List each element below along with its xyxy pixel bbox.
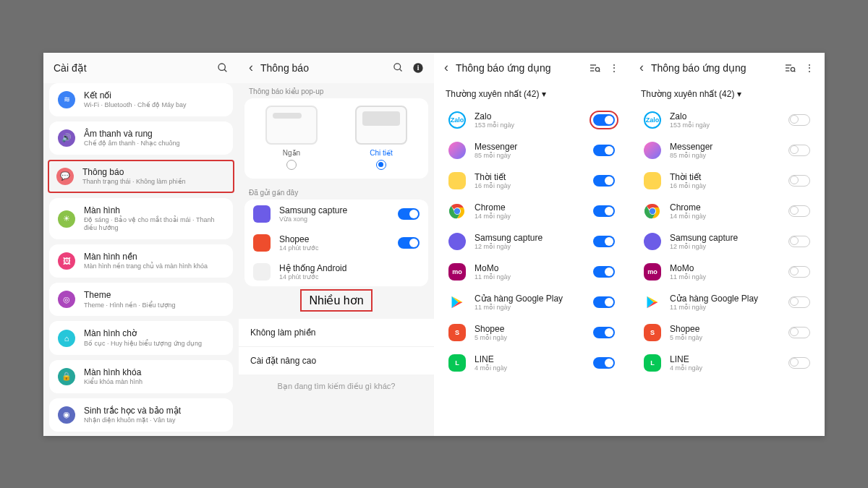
search-icon[interactable] — [393, 62, 404, 73]
toggle[interactable] — [593, 205, 615, 217]
popup-option-short[interactable]: Ngắn — [250, 106, 333, 170]
settings-item-0[interactable]: ≋ Kết nối Wi-Fi · Bluetooth · Chế độ Máy… — [49, 83, 233, 116]
toggle[interactable] — [593, 296, 615, 308]
settings-item-title: Theme — [84, 290, 224, 300]
settings-item-2[interactable]: 💬 Thông báo Thanh trạng thái · Không làm… — [48, 160, 234, 193]
settings-item-title: Màn hình nền — [84, 252, 224, 262]
more-icon[interactable]: ⋮ — [804, 62, 814, 74]
settings-item-3[interactable]: ☀ Màn hình Độ sáng · Bảo vệ cho mắt thoả… — [49, 198, 233, 239]
app-row-3[interactable]: Chrome 14 mỗi ngày — [635, 196, 819, 226]
settings-item-sub: Bố cục · Huy hiệu biểu tượng ứng dụng — [84, 340, 224, 348]
app-row-4[interactable]: Samsung capture 12 mỗi ngày — [440, 226, 624, 257]
toggle[interactable] — [593, 236, 615, 247]
back-icon[interactable]: ‹ — [249, 60, 253, 75]
app-name: Samsung capture — [670, 233, 780, 243]
app-icon — [448, 294, 466, 311]
settings-item-7[interactable]: 🔒 Màn hình khóa Kiểu khóa màn hình — [49, 360, 233, 393]
app-row-1[interactable]: Messenger 85 mỗi ngày — [440, 135, 624, 166]
app-name: Cửa hàng Google Play — [475, 294, 584, 304]
app-row-1[interactable]: Messenger 85 mỗi ngày — [635, 135, 819, 166]
app-notif-header: ‹ Thông báo ứng dụng ⋮ — [629, 53, 825, 83]
app-icon — [253, 263, 271, 281]
settings-item-title: Màn hình chờ — [84, 328, 224, 338]
recent-item-1[interactable]: Shopee 14 phút trước — [244, 228, 428, 257]
toggle[interactable] — [788, 266, 810, 278]
info-icon[interactable]: i — [412, 62, 424, 74]
back-icon[interactable]: ‹ — [444, 60, 448, 75]
app-icon: L — [448, 354, 466, 372]
settings-item-1[interactable]: 🔊 Âm thanh và rung Chế độ âm thanh · Nhạ… — [49, 121, 233, 155]
recent-item-0[interactable]: Samsung capture Vừa xong — [244, 200, 428, 228]
advanced-row[interactable]: Cài đặt nâng cao — [239, 346, 434, 374]
settings-item-5[interactable]: ◎ Theme Theme · Hình nền · Biểu tượng — [49, 283, 233, 316]
toggle[interactable] — [788, 114, 810, 126]
filter-dropdown[interactable]: Thường xuyên nhất (42) ▾ — [629, 83, 825, 105]
app-row-8[interactable]: L LINE 4 mỗi ngày — [440, 348, 624, 378]
app-row-7[interactable]: S Shopee 5 mỗi ngày — [440, 317, 624, 348]
settings-item-icon: ◎ — [58, 291, 75, 308]
toggle[interactable] — [788, 205, 810, 217]
app-freq: 4 mỗi ngày — [475, 364, 584, 372]
back-icon[interactable]: ‹ — [639, 60, 644, 75]
app-row-2[interactable]: Thời tiết 16 mỗi ngày — [635, 166, 819, 196]
app-freq: 11 mỗi ngày — [475, 304, 584, 311]
toggle[interactable] — [593, 266, 615, 278]
toggle[interactable] — [788, 145, 810, 156]
toggle[interactable] — [593, 175, 615, 187]
toggle[interactable] — [593, 114, 615, 126]
toggle[interactable] — [788, 175, 810, 187]
toggle[interactable] — [593, 145, 615, 156]
toggle[interactable] — [788, 357, 810, 369]
app-row-6[interactable]: Cửa hàng Google Play 11 mỗi ngày — [635, 287, 819, 317]
recent-item-2[interactable]: Hệ thống Android 14 phút trước — [244, 257, 428, 286]
app-name: MoMo — [475, 263, 584, 273]
settings-item-4[interactable]: 🖼 Màn hình nền Màn hình nền trang chủ và… — [49, 244, 233, 278]
app-icon: L — [644, 354, 661, 372]
toggle[interactable] — [398, 208, 420, 220]
app-name: Chrome — [475, 202, 584, 213]
filter-dropdown[interactable]: Thường xuyên nhất (42) ▾ — [434, 83, 629, 105]
app-row-3[interactable]: Chrome 14 mỗi ngày — [440, 196, 624, 226]
radio-short[interactable] — [286, 160, 297, 170]
toggle[interactable] — [788, 296, 810, 308]
app-row-4[interactable]: Samsung capture 12 mỗi ngày — [635, 226, 819, 257]
toggle[interactable] — [593, 327, 615, 338]
dnd-row[interactable]: Không làm phiền — [239, 319, 434, 346]
app-freq: 4 mỗi ngày — [670, 364, 780, 372]
radio-detail[interactable] — [376, 160, 386, 170]
app-list: Zalo Zalo 153 mỗi ngày Messenger 85 mỗi … — [440, 105, 624, 378]
toggle[interactable] — [788, 327, 810, 338]
toggle[interactable] — [593, 357, 615, 369]
settings-item-title: Thông báo — [82, 167, 226, 177]
notifications-header: ‹ Thông báo i — [239, 53, 434, 83]
app-icon: Zalo — [448, 111, 466, 129]
app-notifications-on-panel: ‹ Thông báo ứng dụng ⋮ Thường xuyên nhất… — [434, 53, 629, 436]
filter-search-icon[interactable] — [784, 62, 796, 74]
app-icon — [644, 142, 661, 159]
app-row-0[interactable]: Zalo Zalo 153 mỗi ngày — [635, 105, 819, 135]
settings-item-8[interactable]: ◉ Sinh trắc học và bảo mật Nhận diện khu… — [49, 398, 233, 432]
app-row-8[interactable]: L LINE 4 mỗi ngày — [635, 348, 819, 378]
app-row-7[interactable]: S Shopee 5 mỗi ngày — [635, 317, 819, 348]
app-name: Zalo — [670, 111, 780, 121]
page-title: Thông báo — [260, 62, 393, 74]
search-icon[interactable] — [217, 62, 229, 74]
settings-item-title: Màn hình khóa — [84, 367, 224, 377]
more-icon[interactable]: ⋮ — [609, 62, 619, 74]
filter-search-icon[interactable] — [589, 62, 600, 74]
popup-option-detail[interactable]: Chi tiết — [340, 106, 422, 170]
app-freq: 153 mỗi ngày — [475, 121, 584, 129]
app-row-2[interactable]: Thời tiết 16 mỗi ngày — [440, 166, 624, 196]
app-row-5[interactable]: mo MoMo 11 mỗi ngày — [635, 257, 819, 287]
toggle[interactable] — [788, 236, 810, 247]
page-title: Thông báo ứng dụng — [456, 62, 589, 74]
settings-item-6[interactable]: ⌂ Màn hình chờ Bố cục · Huy hiệu biểu tư… — [49, 321, 233, 354]
app-row-6[interactable]: Cửa hàng Google Play 11 mỗi ngày — [440, 287, 624, 317]
more-button[interactable]: Nhiều hơn — [300, 289, 372, 312]
settings-item-sub: Nhận diện khuôn mặt · Vân tay — [84, 416, 224, 424]
notifications-panel: ‹ Thông báo i Thông báo kiểu pop-up Ngắn — [239, 53, 434, 436]
app-row-0[interactable]: Zalo Zalo 153 mỗi ngày — [440, 105, 624, 135]
toggle[interactable] — [398, 237, 420, 249]
app-row-5[interactable]: mo MoMo 11 mỗi ngày — [440, 257, 624, 287]
popup-section-label: Thông báo kiểu pop-up — [239, 83, 434, 98]
